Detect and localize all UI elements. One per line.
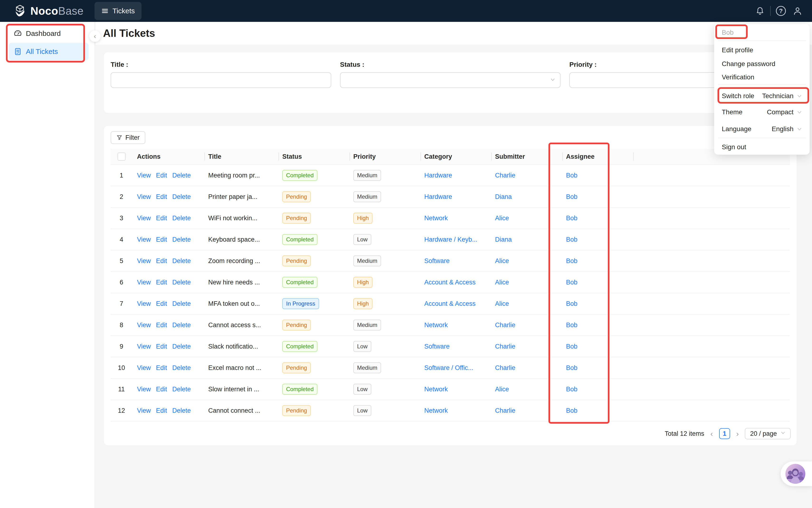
edit-link[interactable]: Edit (156, 343, 167, 350)
view-link[interactable]: View (137, 279, 151, 286)
submitter-link[interactable]: Diana (495, 193, 512, 200)
view-link[interactable]: View (137, 407, 151, 414)
submitter-link[interactable]: Charlie (495, 407, 516, 414)
view-link[interactable]: View (137, 236, 151, 243)
delete-link[interactable]: Delete (173, 364, 191, 372)
menu-item-switch-role[interactable]: Switch role Technician (714, 89, 810, 103)
category-link[interactable]: Software / Offic... (424, 364, 473, 371)
menu-item-sign-out[interactable]: Sign out (714, 140, 810, 154)
sidebar-item-all-tickets[interactable]: All Tickets (9, 43, 89, 60)
sidebar-item-dashboard[interactable]: Dashboard (9, 25, 89, 42)
pagination-next-button[interactable]: › (735, 429, 740, 438)
assignee-link[interactable]: Bob (566, 236, 577, 243)
ticket-title-cell: Keyboard space... (204, 236, 279, 243)
submitter-link[interactable]: Diana (495, 236, 512, 243)
delete-link[interactable]: Delete (173, 236, 191, 243)
category-link[interactable]: Network (424, 322, 448, 329)
submitter-link[interactable]: Charlie (495, 343, 516, 350)
delete-link[interactable]: Delete (173, 386, 191, 393)
view-link[interactable]: View (137, 386, 151, 393)
menu-item-language[interactable]: Language English (714, 122, 810, 136)
page-size-select[interactable]: 20 / page (745, 428, 791, 439)
column-header-assignee: Assignee (562, 149, 633, 164)
assignee-link[interactable]: Bob (566, 300, 577, 307)
category-cell: Software (421, 257, 491, 265)
view-link[interactable]: View (137, 364, 151, 372)
delete-link[interactable]: Delete (173, 193, 191, 201)
submitter-link[interactable]: Alice (495, 300, 509, 307)
submitter-link[interactable]: Charlie (495, 172, 516, 179)
category-link[interactable]: Account & Access (424, 300, 476, 307)
assignee-link[interactable]: Bob (566, 322, 577, 329)
assignee-link[interactable]: Bob (566, 407, 577, 414)
delete-link[interactable]: Delete (173, 300, 191, 307)
edit-link[interactable]: Edit (156, 300, 167, 307)
delete-link[interactable]: Delete (173, 279, 191, 286)
category-link[interactable]: Account & Access (424, 279, 476, 286)
assignee-link[interactable]: Bob (566, 215, 577, 222)
menu-item-verification[interactable]: Verification (714, 71, 810, 84)
assignee-link[interactable]: Bob (566, 193, 577, 200)
view-link[interactable]: View (137, 300, 151, 307)
view-link[interactable]: View (137, 343, 151, 350)
edit-link[interactable]: Edit (156, 172, 167, 179)
filter-button[interactable]: Filter (111, 131, 145, 144)
status-select[interactable] (340, 72, 561, 88)
demo-users-pill[interactable] (781, 461, 812, 486)
view-link[interactable]: View (137, 257, 151, 265)
category-link[interactable]: Network (424, 386, 448, 393)
edit-link[interactable]: Edit (156, 236, 167, 243)
view-link[interactable]: View (137, 215, 151, 222)
view-link[interactable]: View (137, 193, 151, 201)
sidebar-collapse-button[interactable]: ‹ (89, 31, 101, 42)
assignee-link[interactable]: Bob (566, 257, 577, 264)
user-button[interactable] (789, 3, 806, 19)
tab-tickets[interactable]: Tickets (95, 2, 142, 20)
delete-link[interactable]: Delete (173, 172, 191, 179)
submitter-link[interactable]: Alice (495, 386, 509, 393)
assignee-link[interactable]: Bob (566, 279, 577, 286)
title-input[interactable] (111, 73, 331, 87)
view-link[interactable]: View (137, 172, 151, 179)
category-link[interactable]: Hardware / Keyb... (424, 236, 477, 243)
category-link[interactable]: Software (424, 257, 450, 264)
select-all-checkbox[interactable] (117, 153, 126, 161)
edit-link[interactable]: Edit (156, 364, 167, 372)
submitter-link[interactable]: Alice (495, 257, 509, 264)
submitter-link[interactable]: Alice (495, 279, 509, 286)
notifications-button[interactable] (752, 3, 768, 19)
assignee-link[interactable]: Bob (566, 386, 577, 393)
edit-link[interactable]: Edit (156, 407, 167, 414)
menu-item-edit-profile[interactable]: Edit profile (714, 43, 810, 57)
category-link[interactable]: Network (424, 407, 448, 414)
menu-item-theme[interactable]: Theme Compact (714, 105, 810, 119)
edit-link[interactable]: Edit (156, 215, 167, 222)
edit-link[interactable]: Edit (156, 386, 167, 393)
category-link[interactable]: Hardware (424, 172, 452, 179)
category-link[interactable]: Hardware (424, 193, 452, 200)
delete-link[interactable]: Delete (173, 343, 191, 350)
assignee-link[interactable]: Bob (566, 172, 577, 179)
delete-link[interactable]: Delete (173, 407, 191, 414)
pagination-page-1[interactable]: 1 (719, 428, 730, 439)
pagination-prev-button[interactable]: ‹ (709, 429, 714, 438)
edit-link[interactable]: Edit (156, 322, 167, 329)
delete-link[interactable]: Delete (173, 215, 191, 222)
delete-link[interactable]: Delete (173, 257, 191, 265)
edit-link[interactable]: Edit (156, 257, 167, 265)
assignee-link[interactable]: Bob (566, 343, 577, 350)
ticket-title-cell: Cannot access s... (204, 322, 279, 329)
view-link[interactable]: View (137, 322, 151, 329)
submitter-link[interactable]: Charlie (495, 364, 516, 371)
delete-link[interactable]: Delete (173, 322, 191, 329)
submitter-link[interactable]: Alice (495, 215, 509, 222)
help-button[interactable]: ? (773, 3, 789, 19)
submitter-link[interactable]: Charlie (495, 322, 516, 329)
edit-link[interactable]: Edit (156, 279, 167, 286)
assignee-link[interactable]: Bob (566, 364, 577, 371)
status-cell: Pending (279, 320, 349, 331)
edit-link[interactable]: Edit (156, 193, 167, 201)
category-link[interactable]: Software (424, 343, 450, 350)
menu-item-change-password[interactable]: Change password (714, 57, 810, 71)
category-link[interactable]: Network (424, 215, 448, 222)
